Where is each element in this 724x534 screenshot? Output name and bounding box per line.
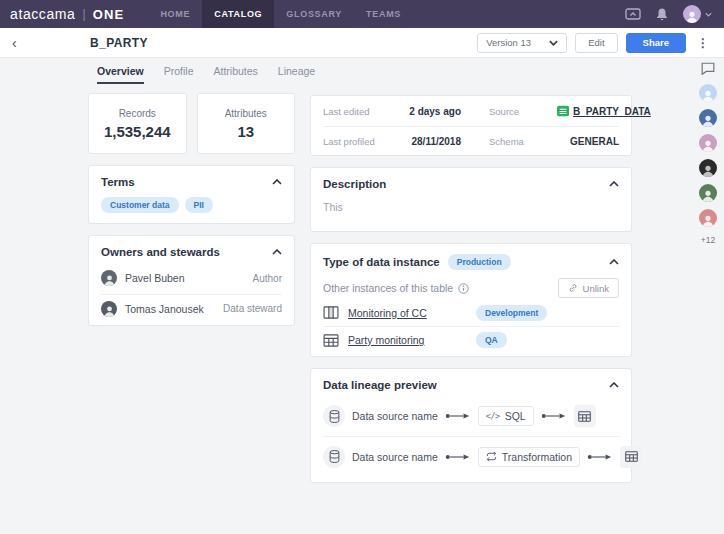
owners-title: Owners and stewards	[101, 246, 220, 258]
last-profiled-value: 28/11/2018	[385, 136, 461, 147]
terms-card: Terms Customer data PII	[88, 165, 295, 224]
instance-row: Party monitoring QA	[323, 326, 619, 353]
collaborator-avatar[interactable]	[699, 184, 717, 202]
user-avatar	[683, 5, 701, 23]
collaborator-avatar[interactable]	[699, 209, 717, 227]
source-link[interactable]: B_PARTY_DATA	[557, 105, 651, 117]
records-value: 1,535,244	[104, 123, 171, 140]
attributes-card: Attributes 13	[197, 93, 296, 154]
owner-row: Tomas Janousek Data steward	[101, 294, 282, 322]
page-title: B_PARTY	[90, 36, 148, 50]
tab-overview[interactable]: Overview	[97, 65, 144, 84]
content-area: Overview Profile Attributes Lineage Reco…	[0, 58, 724, 534]
collaborator-avatar[interactable]	[699, 134, 717, 152]
comments-icon[interactable]	[701, 62, 715, 75]
lineage-row: Data source name Transformation	[323, 436, 619, 476]
collapse-chevron-icon[interactable]	[272, 179, 282, 185]
avatar	[101, 301, 117, 317]
share-button[interactable]: Share	[626, 33, 686, 53]
user-menu[interactable]	[683, 5, 712, 23]
table-grid-icon	[620, 446, 642, 468]
owners-card: Owners and stewards Pavel Buben Author T…	[88, 235, 295, 326]
code-icon: </>	[486, 411, 500, 421]
owner-name: Pavel Buben	[125, 272, 185, 284]
instance-row: Monitoring of CC Development	[323, 299, 619, 326]
last-edited-label: Last edited	[323, 106, 385, 117]
main-nav: HOME CATALOG GLOSSARY TEAMS	[148, 0, 413, 28]
collaborator-avatar[interactable]	[699, 109, 717, 127]
collapse-chevron-icon[interactable]	[609, 382, 619, 388]
info-icon[interactable]	[458, 283, 469, 294]
chevron-down-icon	[549, 40, 558, 46]
table-grid-icon	[323, 334, 340, 347]
attributes-value: 13	[237, 123, 254, 140]
collapse-chevron-icon[interactable]	[609, 259, 619, 265]
nav-teams[interactable]: TEAMS	[354, 0, 413, 28]
lineage-card: Data lineage preview Data source name </…	[310, 368, 632, 483]
last-edited-value: 2 days ago	[385, 106, 461, 117]
collaborators-overflow-count[interactable]: +12	[701, 235, 715, 245]
unlink-button[interactable]: Unlink	[558, 278, 619, 298]
nav-catalog[interactable]: CATALOG	[202, 0, 274, 28]
description-title: Description	[323, 178, 386, 190]
tab-attributes[interactable]: Attributes	[213, 65, 257, 84]
description-body: This	[323, 201, 619, 213]
table-grid-icon	[574, 405, 596, 427]
owner-role: Data steward	[223, 303, 282, 314]
source-table-icon	[557, 105, 569, 117]
last-profiled-label: Last profiled	[323, 136, 385, 147]
environment-badge: QA	[476, 332, 507, 348]
logo-product: ONE	[93, 7, 125, 22]
collapse-chevron-icon[interactable]	[609, 181, 619, 187]
lineage-title: Data lineage preview	[323, 379, 437, 391]
avatar	[101, 270, 117, 286]
collaborator-avatar[interactable]	[699, 159, 717, 177]
link-icon	[568, 283, 578, 293]
more-menu-icon[interactable]: ⋮	[694, 36, 712, 50]
term-tag[interactable]: PII	[185, 197, 213, 213]
logo-separator: |	[83, 7, 86, 21]
version-label: Version 13	[486, 37, 531, 48]
nav-glossary[interactable]: GLOSSARY	[274, 0, 354, 28]
instance-link[interactable]: Party monitoring	[348, 334, 476, 346]
instance-title: Type of data instance	[323, 256, 440, 268]
top-navbar: ataccama | ONE HOME CATALOG GLOSSARY TEA…	[0, 0, 724, 28]
other-instances-label: Other instances of this table	[323, 282, 453, 294]
owner-row: Pavel Buben Author	[101, 264, 282, 292]
environment-badge: Development	[476, 305, 547, 321]
table-columns-icon	[323, 306, 340, 319]
collapse-chevron-icon[interactable]	[272, 249, 282, 255]
lineage-step-transformation[interactable]: Transformation	[478, 447, 580, 467]
database-icon	[323, 446, 345, 468]
terms-title: Terms	[101, 176, 135, 188]
data-instance-card: Type of data instance Production Other i…	[310, 243, 632, 357]
description-card: Description This	[310, 167, 632, 232]
tab-profile[interactable]: Profile	[164, 65, 194, 84]
chevron-down-icon	[705, 12, 712, 17]
version-dropdown[interactable]: Version 13	[477, 33, 567, 53]
owner-name: Tomas Janousek	[125, 303, 204, 315]
records-card: Records 1,535,244	[88, 93, 187, 154]
flow-arrow-icon	[541, 412, 567, 420]
transformation-repeat-icon	[486, 451, 497, 462]
back-button[interactable]: ‹	[12, 36, 17, 50]
edit-button[interactable]: Edit	[575, 33, 617, 53]
nav-home[interactable]: HOME	[148, 0, 202, 28]
attributes-label: Attributes	[225, 108, 267, 119]
instance-link[interactable]: Monitoring of CC	[348, 307, 476, 319]
term-tag[interactable]: Customer data	[101, 197, 179, 213]
page-header: ‹ B_PARTY Version 13 Edit Share ⋮	[0, 28, 724, 58]
flow-arrow-icon	[445, 453, 471, 461]
metadata-card: Last edited 2 days ago Source B_PARTY_DA…	[310, 95, 632, 156]
screen-share-icon[interactable]	[625, 8, 641, 21]
database-icon	[323, 405, 345, 427]
source-label: Source	[461, 106, 557, 117]
notifications-bell-icon[interactable]	[656, 8, 668, 21]
flow-arrow-icon	[445, 412, 471, 420]
app-logo[interactable]: ataccama | ONE	[10, 6, 124, 22]
collaborator-avatar[interactable]	[699, 84, 717, 102]
instance-type-badge: Production	[448, 254, 511, 270]
records-label: Records	[119, 108, 156, 119]
lineage-source-name: Data source name	[352, 451, 438, 463]
lineage-step-sql[interactable]: </> SQL	[478, 406, 534, 426]
